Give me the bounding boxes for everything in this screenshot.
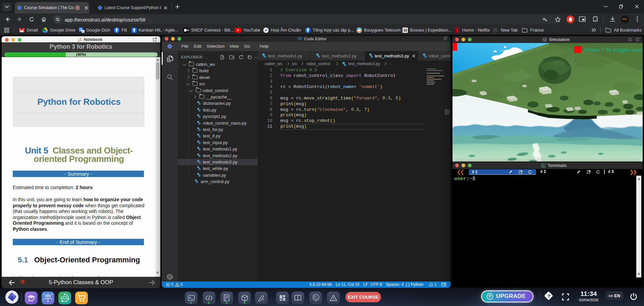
svg-text:g: g: [82, 30, 84, 33]
svg-text:Press T to toggle sound: Press T to toggle sound: [585, 47, 643, 53]
svg-text:R: R: [47, 295, 49, 297]
svg-text:33: 33: [403, 29, 407, 32]
